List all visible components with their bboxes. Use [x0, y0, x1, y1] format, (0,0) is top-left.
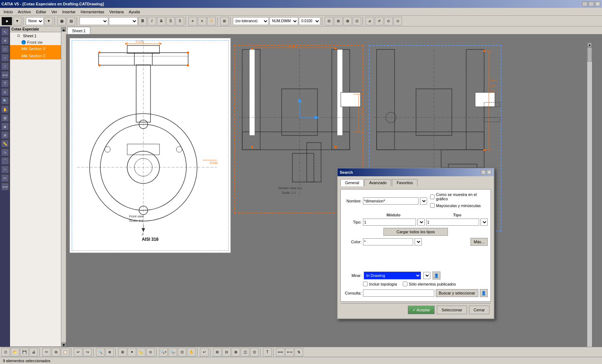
cargar-btn[interactable]: Cargar todos los tipos [383, 228, 448, 236]
dialog-title-bar[interactable]: Search ? ✕ [338, 168, 494, 176]
combo2[interactable] [80, 17, 108, 25]
icon-trim[interactable]: ✂ [1, 174, 9, 182]
close-button[interactable]: ✕ [595, 1, 601, 6]
menu-editar[interactable]: Editar [34, 9, 48, 15]
nombre-combo[interactable]: ▼ [420, 197, 427, 205]
bt-zoom-out[interactable]: 🔍- [168, 348, 177, 356]
bt-paste[interactable]: 📋 [61, 348, 70, 356]
icon-line[interactable]: / [1, 62, 9, 70]
bt-new[interactable]: 🗋 [1, 348, 10, 356]
sub-btn[interactable]: S [166, 17, 175, 25]
bt-extra4[interactable]: ⊠ [231, 348, 240, 356]
icon-box[interactable]: □ [1, 45, 9, 53]
tree-item-section2[interactable]: ZØZ Section C [10, 52, 61, 59]
tree-item-frontview[interactable]: ○ Front vie [10, 39, 61, 45]
bt-copy[interactable]: ⧉ [52, 348, 60, 356]
menu-insertar[interactable]: Insertar [60, 9, 78, 15]
sup-btn[interactable]: S [176, 17, 184, 25]
bt-dim1[interactable]: ⟺ [276, 348, 285, 356]
toolbar-menu1[interactable]: ▼ [13, 17, 22, 25]
dialog-close-btn[interactable]: ✕ [487, 170, 492, 175]
extra1[interactable]: ⊟ [325, 17, 333, 25]
tolerance-combo[interactable]: (no tolerance) [233, 17, 269, 25]
como-se-muestra-cb[interactable] [430, 195, 435, 199]
nombre-input[interactable] [363, 197, 419, 205]
extra5[interactable]: ⌀ [366, 17, 374, 25]
extra8[interactable]: ⊙ [393, 17, 402, 25]
menu-archivo[interactable]: Archivo [16, 9, 33, 15]
toolbar-color-btn[interactable]: ■ [1, 17, 12, 25]
icon-constraint[interactable]: ⊛ [1, 131, 9, 139]
icon-pan[interactable]: ✋ [1, 105, 9, 113]
bt-text[interactable]: T [263, 348, 272, 356]
maximize-button[interactable]: □ [588, 1, 594, 6]
extra7[interactable]: ⊙ [384, 17, 393, 25]
cerrar-btn[interactable]: Cerrar [469, 306, 489, 314]
seleccionar-btn[interactable]: Seleccionar [437, 306, 467, 314]
bt-cut[interactable]: ✂ [42, 348, 51, 356]
tab-avanzado[interactable]: Avanzado [364, 179, 391, 186]
bt-fit[interactable]: ⊡ [178, 348, 186, 356]
bt-extra2[interactable]: ⊞ [213, 348, 221, 356]
tree-scroll-up[interactable]: ▲ [62, 27, 66, 32]
hatch-btn[interactable]: ▦ [57, 17, 66, 25]
tab-general[interactable]: General [340, 179, 364, 186]
bt-pan[interactable]: ✋ [187, 348, 196, 356]
text-color-btn[interactable]: A [207, 17, 216, 25]
mirar-icon[interactable]: 👤 [433, 272, 440, 279]
icon-measure[interactable]: 📏 [1, 140, 9, 148]
tipo-type-combo[interactable]: ▼ [481, 219, 488, 226]
bt-search[interactable]: 🔍 [96, 348, 105, 356]
bt-grid[interactable]: ⊞ [118, 348, 127, 356]
icon-arc[interactable]: ⌒ [1, 157, 9, 165]
bt-save[interactable]: 💾 [20, 348, 29, 356]
icon-grid[interactable]: ⊞ [1, 114, 9, 122]
color-input[interactable] [363, 238, 413, 245]
mas-btn[interactable]: Más... [470, 238, 488, 246]
menu-inicio[interactable]: Inicio [1, 9, 15, 15]
font-combo[interactable]: None [26, 17, 44, 25]
combo3[interactable] [109, 17, 138, 25]
mayusculas-cb[interactable] [430, 203, 435, 208]
color-combo[interactable]: ▼ [415, 238, 422, 245]
tree-scrollbar[interactable]: ▲ ▼ [61, 27, 66, 347]
icon-dim[interactable]: ⟺ [1, 71, 9, 79]
font-size[interactable]: ▼ [44, 17, 53, 25]
drawing-canvas[interactable]: ∅135 ∅212 Front view Scale: 1:1 [66, 34, 602, 347]
consulta-input[interactable] [363, 289, 434, 297]
icon-curve[interactable]: ∿ [1, 148, 9, 156]
tree-item-sheet[interactable]: 🗋 Sheet.1 [10, 32, 61, 39]
icon-circle[interactable]: ○ [1, 54, 9, 62]
bt-measure2[interactable]: 📐 [137, 348, 145, 356]
hatch-btn2[interactable]: ▤ [67, 17, 75, 25]
italic-btn[interactable]: I [148, 17, 156, 25]
mirar-combo2[interactable]: ▼ [423, 272, 430, 279]
bt-extra[interactable]: ⊙ [146, 348, 155, 356]
bt-open[interactable]: 📂 [11, 348, 19, 356]
icon-zoom[interactable]: 🔍 [1, 97, 9, 105]
tab-favoritos[interactable]: Favoritos [392, 179, 417, 186]
bt-undo[interactable]: ↩ [74, 348, 82, 356]
vertical-scrollbar[interactable]: ▲ ▼ [587, 42, 592, 347]
dialog-help-btn[interactable]: ? [481, 170, 486, 175]
incluir-topologia-cb[interactable] [363, 282, 368, 286]
aceptar-btn[interactable]: ✓ Aceptar [408, 306, 435, 314]
tipo-module-input[interactable] [363, 219, 416, 226]
bt-redo[interactable]: ↪ [83, 348, 92, 356]
bt-extra3[interactable]: ⊟ [222, 348, 231, 356]
bt-print[interactable]: 🖨 [29, 348, 38, 356]
menu-ayuda[interactable]: Ayuda [126, 9, 142, 15]
extra4[interactable]: ⊡ [353, 17, 361, 25]
icon-layer[interactable]: ≡ [1, 88, 9, 96]
bt-dim3[interactable]: ⇅ [295, 348, 303, 356]
icon-text[interactable]: T [1, 80, 9, 87]
sheet-tab[interactable]: Sheet.1 [67, 27, 90, 34]
tree-item-section1[interactable]: ZØZ Section V [10, 45, 61, 52]
bt-find[interactable]: ⊕ [105, 348, 114, 356]
buscar-btn[interactable]: Buscar y seleccionar [436, 289, 479, 297]
minimize-button[interactable]: ─ [582, 1, 588, 6]
bt-undo2[interactable]: ↩ [200, 348, 209, 356]
extra-btn[interactable]: ⊞ [220, 17, 229, 25]
icon-fillet[interactable]: ⌔ [1, 166, 9, 173]
bt-extra5[interactable]: ◫ [241, 348, 249, 356]
